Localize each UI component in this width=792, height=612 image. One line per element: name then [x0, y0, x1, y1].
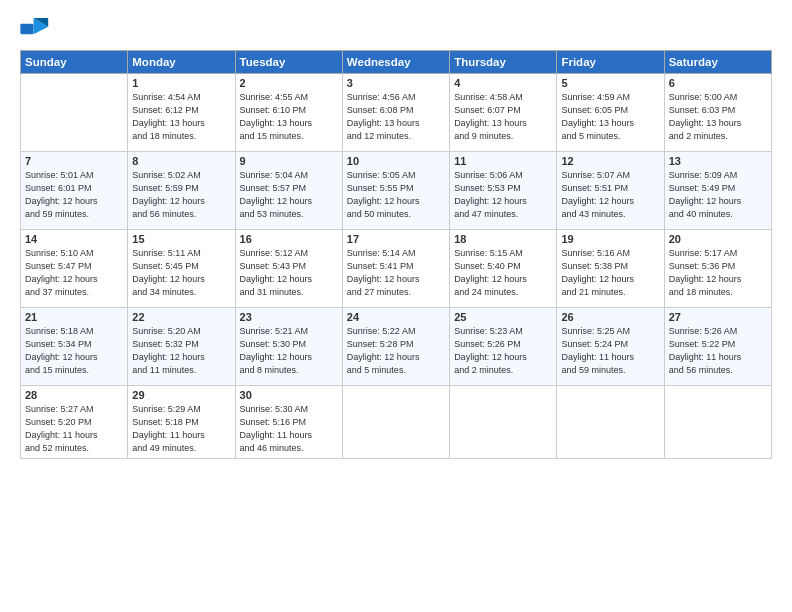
header-day: Monday: [128, 51, 235, 74]
day-info: Sunrise: 5:22 AMSunset: 5:28 PMDaylight:…: [347, 325, 445, 377]
day-number: 17: [347, 233, 445, 245]
calendar-cell: [557, 386, 664, 459]
calendar-cell: 19Sunrise: 5:16 AMSunset: 5:38 PMDayligh…: [557, 230, 664, 308]
day-number: 25: [454, 311, 552, 323]
day-info: Sunrise: 5:07 AMSunset: 5:51 PMDaylight:…: [561, 169, 659, 221]
calendar-cell: 25Sunrise: 5:23 AMSunset: 5:26 PMDayligh…: [450, 308, 557, 386]
calendar-cell: 5Sunrise: 4:59 AMSunset: 6:05 PMDaylight…: [557, 74, 664, 152]
calendar-body: 1Sunrise: 4:54 AMSunset: 6:12 PMDaylight…: [21, 74, 772, 459]
day-number: 15: [132, 233, 230, 245]
calendar-week-row: 21Sunrise: 5:18 AMSunset: 5:34 PMDayligh…: [21, 308, 772, 386]
calendar-cell: [21, 74, 128, 152]
day-number: 10: [347, 155, 445, 167]
calendar-table: SundayMondayTuesdayWednesdayThursdayFrid…: [20, 50, 772, 459]
header-day: Thursday: [450, 51, 557, 74]
day-info: Sunrise: 5:02 AMSunset: 5:59 PMDaylight:…: [132, 169, 230, 221]
day-number: 20: [669, 233, 767, 245]
header-day: Sunday: [21, 51, 128, 74]
day-number: 23: [240, 311, 338, 323]
calendar-cell: 28Sunrise: 5:27 AMSunset: 5:20 PMDayligh…: [21, 386, 128, 459]
day-number: 6: [669, 77, 767, 89]
day-number: 9: [240, 155, 338, 167]
calendar-cell: [342, 386, 449, 459]
calendar-cell: 29Sunrise: 5:29 AMSunset: 5:18 PMDayligh…: [128, 386, 235, 459]
calendar-cell: 16Sunrise: 5:12 AMSunset: 5:43 PMDayligh…: [235, 230, 342, 308]
calendar-week-row: 7Sunrise: 5:01 AMSunset: 6:01 PMDaylight…: [21, 152, 772, 230]
day-number: 7: [25, 155, 123, 167]
day-info: Sunrise: 5:16 AMSunset: 5:38 PMDaylight:…: [561, 247, 659, 299]
day-info: Sunrise: 5:21 AMSunset: 5:30 PMDaylight:…: [240, 325, 338, 377]
day-info: Sunrise: 4:58 AMSunset: 6:07 PMDaylight:…: [454, 91, 552, 143]
day-number: 18: [454, 233, 552, 245]
day-info: Sunrise: 5:04 AMSunset: 5:57 PMDaylight:…: [240, 169, 338, 221]
day-number: 8: [132, 155, 230, 167]
day-number: 14: [25, 233, 123, 245]
day-info: Sunrise: 5:29 AMSunset: 5:18 PMDaylight:…: [132, 403, 230, 455]
header: [20, 18, 772, 40]
header-day: Saturday: [664, 51, 771, 74]
day-info: Sunrise: 5:20 AMSunset: 5:32 PMDaylight:…: [132, 325, 230, 377]
day-number: 24: [347, 311, 445, 323]
calendar-page: SundayMondayTuesdayWednesdayThursdayFrid…: [0, 0, 792, 612]
calendar-cell: 15Sunrise: 5:11 AMSunset: 5:45 PMDayligh…: [128, 230, 235, 308]
calendar-cell: 30Sunrise: 5:30 AMSunset: 5:16 PMDayligh…: [235, 386, 342, 459]
day-info: Sunrise: 5:12 AMSunset: 5:43 PMDaylight:…: [240, 247, 338, 299]
day-info: Sunrise: 5:10 AMSunset: 5:47 PMDaylight:…: [25, 247, 123, 299]
calendar-cell: 20Sunrise: 5:17 AMSunset: 5:36 PMDayligh…: [664, 230, 771, 308]
calendar-cell: 3Sunrise: 4:56 AMSunset: 6:08 PMDaylight…: [342, 74, 449, 152]
day-info: Sunrise: 5:09 AMSunset: 5:49 PMDaylight:…: [669, 169, 767, 221]
calendar-header: SundayMondayTuesdayWednesdayThursdayFrid…: [21, 51, 772, 74]
day-number: 4: [454, 77, 552, 89]
day-number: 3: [347, 77, 445, 89]
day-number: 19: [561, 233, 659, 245]
logo-icon: [20, 18, 50, 40]
calendar-cell: 9Sunrise: 5:04 AMSunset: 5:57 PMDaylight…: [235, 152, 342, 230]
calendar-cell: 1Sunrise: 4:54 AMSunset: 6:12 PMDaylight…: [128, 74, 235, 152]
calendar-cell: 10Sunrise: 5:05 AMSunset: 5:55 PMDayligh…: [342, 152, 449, 230]
calendar-cell: [450, 386, 557, 459]
calendar-cell: 22Sunrise: 5:20 AMSunset: 5:32 PMDayligh…: [128, 308, 235, 386]
day-info: Sunrise: 4:56 AMSunset: 6:08 PMDaylight:…: [347, 91, 445, 143]
day-info: Sunrise: 5:14 AMSunset: 5:41 PMDaylight:…: [347, 247, 445, 299]
day-info: Sunrise: 5:25 AMSunset: 5:24 PMDaylight:…: [561, 325, 659, 377]
calendar-cell: [664, 386, 771, 459]
calendar-cell: 24Sunrise: 5:22 AMSunset: 5:28 PMDayligh…: [342, 308, 449, 386]
day-info: Sunrise: 5:15 AMSunset: 5:40 PMDaylight:…: [454, 247, 552, 299]
day-info: Sunrise: 5:06 AMSunset: 5:53 PMDaylight:…: [454, 169, 552, 221]
day-info: Sunrise: 5:26 AMSunset: 5:22 PMDaylight:…: [669, 325, 767, 377]
day-info: Sunrise: 4:59 AMSunset: 6:05 PMDaylight:…: [561, 91, 659, 143]
day-info: Sunrise: 4:54 AMSunset: 6:12 PMDaylight:…: [132, 91, 230, 143]
day-number: 21: [25, 311, 123, 323]
header-day: Tuesday: [235, 51, 342, 74]
day-number: 29: [132, 389, 230, 401]
calendar-cell: 14Sunrise: 5:10 AMSunset: 5:47 PMDayligh…: [21, 230, 128, 308]
day-info: Sunrise: 5:11 AMSunset: 5:45 PMDaylight:…: [132, 247, 230, 299]
calendar-cell: 2Sunrise: 4:55 AMSunset: 6:10 PMDaylight…: [235, 74, 342, 152]
calendar-cell: 17Sunrise: 5:14 AMSunset: 5:41 PMDayligh…: [342, 230, 449, 308]
header-row: SundayMondayTuesdayWednesdayThursdayFrid…: [21, 51, 772, 74]
day-number: 1: [132, 77, 230, 89]
logo: [20, 18, 54, 40]
calendar-cell: 23Sunrise: 5:21 AMSunset: 5:30 PMDayligh…: [235, 308, 342, 386]
day-number: 11: [454, 155, 552, 167]
day-number: 26: [561, 311, 659, 323]
day-number: 16: [240, 233, 338, 245]
day-number: 28: [25, 389, 123, 401]
header-day: Wednesday: [342, 51, 449, 74]
day-info: Sunrise: 4:55 AMSunset: 6:10 PMDaylight:…: [240, 91, 338, 143]
svg-rect-0: [20, 24, 33, 34]
calendar-cell: 27Sunrise: 5:26 AMSunset: 5:22 PMDayligh…: [664, 308, 771, 386]
day-number: 2: [240, 77, 338, 89]
calendar-cell: 13Sunrise: 5:09 AMSunset: 5:49 PMDayligh…: [664, 152, 771, 230]
calendar-cell: 26Sunrise: 5:25 AMSunset: 5:24 PMDayligh…: [557, 308, 664, 386]
day-number: 13: [669, 155, 767, 167]
day-info: Sunrise: 5:23 AMSunset: 5:26 PMDaylight:…: [454, 325, 552, 377]
calendar-cell: 12Sunrise: 5:07 AMSunset: 5:51 PMDayligh…: [557, 152, 664, 230]
day-info: Sunrise: 5:17 AMSunset: 5:36 PMDaylight:…: [669, 247, 767, 299]
day-number: 5: [561, 77, 659, 89]
calendar-cell: 11Sunrise: 5:06 AMSunset: 5:53 PMDayligh…: [450, 152, 557, 230]
day-info: Sunrise: 5:18 AMSunset: 5:34 PMDaylight:…: [25, 325, 123, 377]
calendar-cell: 4Sunrise: 4:58 AMSunset: 6:07 PMDaylight…: [450, 74, 557, 152]
calendar-week-row: 14Sunrise: 5:10 AMSunset: 5:47 PMDayligh…: [21, 230, 772, 308]
day-info: Sunrise: 5:05 AMSunset: 5:55 PMDaylight:…: [347, 169, 445, 221]
